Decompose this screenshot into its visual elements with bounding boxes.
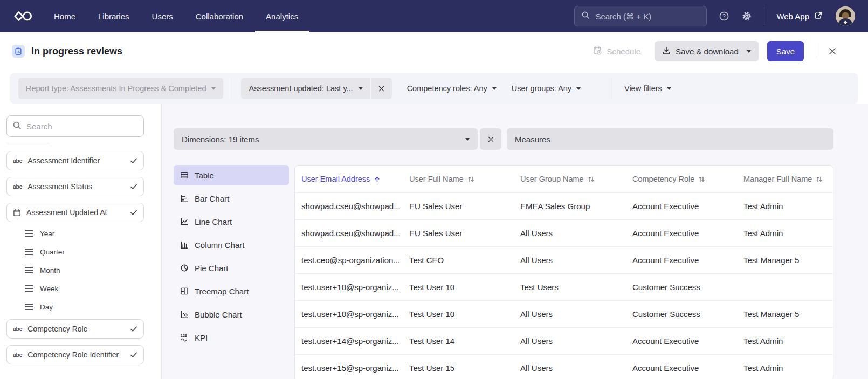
download-icon: [662, 46, 671, 57]
competency-roles-label: Competency roles: Any: [407, 84, 487, 93]
date-part-day[interactable]: Day: [19, 298, 144, 316]
clear-dimensions-button[interactable]: [480, 128, 501, 150]
chart-type-list: Table Bar Chart Line Chart Column Chart …: [174, 165, 289, 350]
check-icon: [130, 209, 137, 216]
chart-type-line-chart[interactable]: Line Chart: [174, 211, 289, 232]
sidebar-divider: [8, 144, 51, 144]
chart-type-bar-chart[interactable]: Bar Chart: [174, 188, 289, 209]
column-label: User Email Address: [301, 175, 370, 183]
field-competency-role[interactable]: abc Competency Role: [6, 319, 144, 339]
competency-roles-filter[interactable]: Competency roles: Any: [407, 84, 497, 93]
chart-type-label: Bar Chart: [195, 194, 229, 203]
report-clipboard-icon: [12, 45, 25, 58]
save-button[interactable]: Save: [767, 41, 804, 61]
report-header: In progress reviews Schedule Save & down…: [0, 32, 868, 70]
close-icon[interactable]: [828, 47, 837, 56]
workspace-switcher[interactable]: Web App: [776, 11, 823, 22]
fields-sidebar: abc Assessment Identifier abc Assessment…: [0, 104, 162, 379]
measures-dropdown[interactable]: Measures: [507, 128, 833, 150]
column-header-user-email-address[interactable]: User Email Address: [295, 175, 403, 183]
chart-type-pie-chart[interactable]: Pie Chart: [174, 258, 289, 278]
date-part-month[interactable]: Month: [19, 261, 144, 279]
cell-manager: Test Admin: [737, 202, 833, 211]
schedule-label: Schedule: [607, 47, 640, 56]
chart-type-kpi[interactable]: 123 KPI: [174, 327, 289, 348]
chart-type-treemap-chart[interactable]: Treemap Chart: [174, 281, 289, 301]
user-groups-label: User groups: Any: [512, 84, 571, 93]
column-header-manager-full-name[interactable]: Manager Full Name: [737, 175, 833, 183]
top-navigation: Home Libraries Users Collaboration Analy…: [0, 0, 868, 32]
date-part-label: Year: [40, 230, 54, 238]
text-type-icon: abc: [13, 184, 22, 190]
cell-manager: Test Manager 5: [737, 309, 833, 319]
chart-type-table[interactable]: Table: [174, 165, 289, 185]
date-part-year[interactable]: Year: [19, 224, 144, 243]
cell-competency-role: Customer Success: [626, 282, 737, 292]
field-label: Assessment Identifier: [27, 156, 100, 165]
nav-item-home[interactable]: Home: [54, 0, 75, 32]
chart-type-bubble-chart[interactable]: Bubble Chart: [174, 304, 289, 325]
actions-divider: [816, 43, 816, 59]
assessment-updated-filter[interactable]: Assessment updated: Last y...: [241, 78, 370, 99]
field-assessment-updated-at[interactable]: Assessment Updated At: [6, 203, 144, 222]
cell-user-group: All Users: [514, 256, 626, 265]
field-assessment-status[interactable]: abc Assessment Status: [6, 177, 144, 196]
nav-item-libraries[interactable]: Libraries: [98, 0, 129, 32]
field-competency-role-identifier[interactable]: abc Competency Role Identifier: [6, 345, 144, 364]
save-download-label: Save & download: [676, 47, 739, 56]
list-lines-icon: [25, 304, 33, 310]
sort-asc-icon: [374, 176, 381, 183]
date-part-quarter[interactable]: Quarter: [19, 243, 144, 261]
global-search[interactable]: [574, 6, 707, 26]
chart-type-label: Table: [195, 171, 214, 180]
user-groups-filter[interactable]: User groups: Any: [512, 84, 581, 93]
nav-item-analytics[interactable]: Analytics: [266, 0, 298, 32]
remove-assessment-updated-filter[interactable]: [371, 78, 392, 99]
cell-user-full-name: Test User 14: [403, 336, 514, 346]
cell-competency-role: Account Executive: [626, 363, 737, 373]
nav-item-users[interactable]: Users: [152, 0, 173, 32]
text-type-icon: abc: [13, 352, 22, 358]
cell-user-email: showpad.cseu@showpad...: [295, 229, 403, 238]
showpad-logo-icon[interactable]: [14, 10, 32, 23]
workspace-label: Web App: [776, 12, 809, 21]
chart-type-column-chart[interactable]: Column Chart: [174, 235, 289, 255]
cell-user-email: test.user+10@sp-organiz...: [295, 309, 403, 319]
text-type-icon: abc: [13, 326, 22, 332]
global-search-input[interactable]: [595, 12, 700, 21]
cell-competency-role: Account Executive: [626, 336, 737, 346]
save-download-button[interactable]: Save & download: [655, 41, 759, 61]
view-filters-dropdown[interactable]: View filters: [624, 84, 671, 93]
report-type-filter[interactable]: Report type: Assessments In Progress & C…: [18, 78, 223, 99]
cell-competency-role: Account Executive: [626, 256, 737, 265]
table-row: test.user+14@sp-organiz... Test User 14 …: [295, 327, 833, 354]
search-icon: [581, 11, 590, 22]
schedule-button[interactable]: Schedule: [593, 46, 640, 57]
cell-user-full-name: Test CEO: [403, 256, 514, 265]
cell-manager: Test Admin: [737, 229, 833, 238]
column-header-user-full-name[interactable]: User Full Name: [403, 175, 514, 183]
results-table: User Email Address User Full Name User G…: [294, 165, 833, 379]
column-header-competency-role[interactable]: Competency Role: [626, 175, 737, 183]
cell-user-email: test.user+15@sp-organiz...: [295, 363, 403, 373]
cell-user-group: EMEA Sales Group: [514, 202, 626, 211]
dimensions-dropdown[interactable]: Dimensions: 19 items: [174, 128, 478, 150]
cell-competency-role: Customer Success: [626, 309, 737, 319]
help-icon[interactable]: ?: [719, 11, 729, 22]
dimensions-label: Dimensions: 19 items: [182, 135, 259, 144]
cell-manager: Test Admin: [737, 363, 833, 373]
fields-search-input[interactable]: [26, 122, 138, 131]
settings-gear-icon[interactable]: [741, 11, 752, 22]
date-part-week[interactable]: Week: [19, 279, 144, 298]
calendar-icon: [13, 209, 21, 217]
table-row: test.user+15@sp-organiz... Test User 15 …: [295, 354, 833, 379]
nav-item-collaboration[interactable]: Collaboration: [196, 0, 243, 32]
chevron-down-icon: [465, 138, 470, 141]
fields-search[interactable]: [6, 115, 144, 137]
cell-user-email: test.user+14@sp-organiz...: [295, 336, 403, 346]
sort-both-icon: [588, 176, 595, 183]
column-header-user-group-name[interactable]: User Group Name: [514, 175, 626, 183]
user-avatar[interactable]: [836, 6, 855, 26]
field-assessment-identifier[interactable]: abc Assessment Identifier: [6, 151, 144, 170]
external-link-icon: [814, 11, 823, 22]
